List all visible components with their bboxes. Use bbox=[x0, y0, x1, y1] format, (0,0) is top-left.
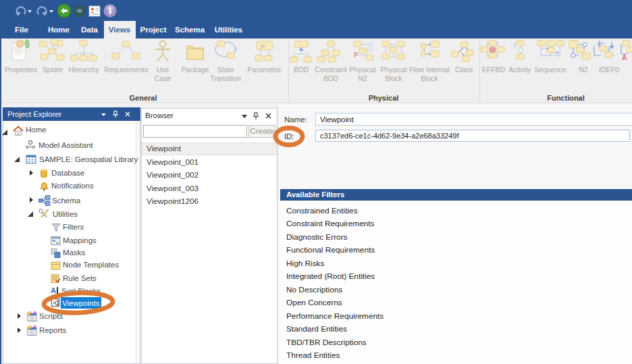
svg-text:fx: fx bbox=[261, 43, 265, 49]
svg-text:A: A bbox=[622, 54, 627, 61]
svg-text:P: P bbox=[354, 51, 359, 59]
svg-text:A: A bbox=[51, 286, 56, 294]
